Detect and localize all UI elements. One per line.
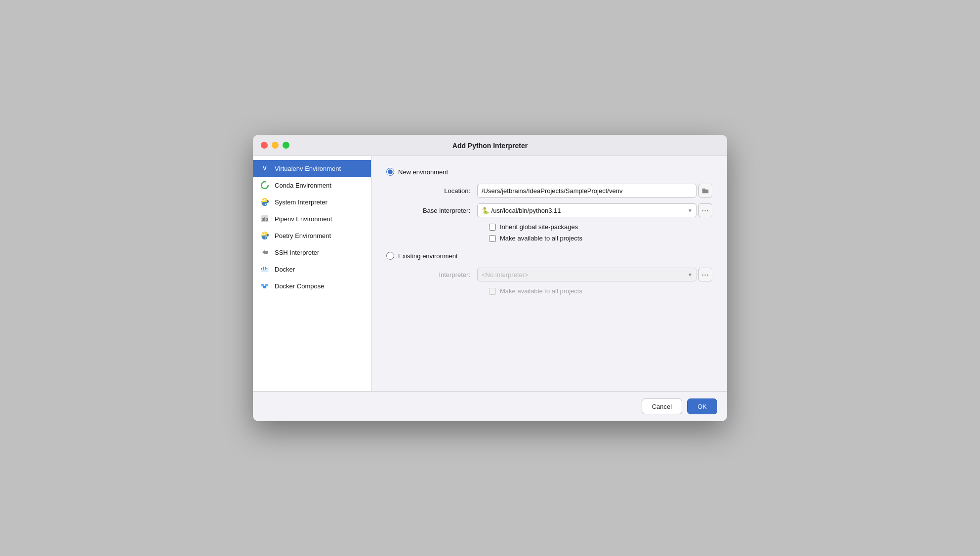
pipenv-icon: pip	[260, 214, 270, 224]
svg-point-2	[261, 182, 268, 189]
location-input[interactable]	[477, 184, 696, 198]
sidebar-item-conda[interactable]: Conda Environment	[253, 177, 371, 194]
existing-environment-group: Existing environment Interpreter: <No in…	[386, 252, 712, 295]
interpreter-select[interactable]: <No interpreter>	[477, 268, 696, 281]
base-interpreter-label: Base interpreter:	[398, 207, 477, 214]
close-button[interactable]	[261, 142, 268, 149]
interpreter-label: Interpreter:	[398, 271, 477, 278]
system-icon	[260, 197, 270, 207]
virtualenv-icon: V	[260, 163, 270, 173]
location-label: Location:	[398, 187, 477, 195]
add-python-interpreter-dialog: Add Python Interpreter V Virtualenv Envi…	[253, 135, 727, 421]
new-environment-radio-option[interactable]: New environment	[386, 168, 712, 176]
sidebar-label-docker: Docker	[275, 266, 295, 273]
make-available-existing-label: Make available to all projects	[500, 287, 582, 295]
location-browse-button[interactable]	[698, 184, 712, 198]
sidebar-label-docker-compose: Docker Compose	[275, 282, 324, 290]
minimize-button[interactable]	[272, 142, 279, 149]
new-environment-label: New environment	[398, 168, 448, 176]
make-available-existing-row: Make available to all projects	[489, 287, 712, 295]
cancel-button[interactable]: Cancel	[642, 398, 682, 414]
svg-text:pip: pip	[261, 217, 268, 222]
base-interpreter-select-group: 🐍 /usr/local/bin/python3.11 ▼ ···	[477, 203, 712, 217]
new-environment-form: Location: Base interpreter:	[398, 184, 712, 242]
base-interpreter-more-button[interactable]: ···	[698, 203, 712, 217]
new-environment-radio[interactable]	[386, 168, 394, 176]
conda-icon	[260, 180, 270, 190]
sidebar-item-system[interactable]: System Interpreter	[253, 194, 371, 210]
existing-environment-form: Interpreter: <No interpreter> ▼ ···	[398, 268, 712, 295]
sidebar-label-virtualenv: Virtualenv Environment	[275, 165, 341, 172]
inherit-packages-row: Inherit global site-packages	[489, 223, 712, 231]
sidebar-item-docker[interactable]: Docker	[253, 261, 371, 278]
make-available-existing-checkbox[interactable]	[489, 288, 496, 295]
existing-environment-label: Existing environment	[398, 252, 458, 260]
ssh-icon	[260, 247, 270, 257]
location-input-group	[477, 184, 712, 198]
svg-rect-6	[265, 251, 268, 254]
main-content: New environment Location:	[371, 156, 727, 391]
svg-rect-9	[265, 268, 266, 270]
sidebar-label-conda: Conda Environment	[275, 182, 331, 189]
title-bar: Add Python Interpreter	[253, 135, 727, 156]
sidebar-label-pipenv: Pipenv Environment	[275, 215, 332, 223]
sidebar-label-poetry: Poetry Environment	[275, 232, 331, 239]
make-available-new-row: Make available to all projects	[489, 235, 712, 242]
inherit-packages-checkbox[interactable]	[489, 224, 496, 231]
interpreter-select-group: <No interpreter> ▼ ···	[477, 268, 712, 281]
svg-point-12	[261, 270, 269, 273]
make-available-new-checkbox[interactable]	[489, 235, 496, 242]
window-controls	[261, 142, 289, 149]
svg-rect-8	[263, 268, 264, 270]
docker-compose-icon	[260, 281, 270, 291]
maximize-button[interactable]	[283, 142, 289, 149]
existing-environment-radio-option[interactable]: Existing environment	[386, 252, 712, 260]
inherit-packages-label: Inherit global site-packages	[500, 223, 578, 231]
interpreter-more-button[interactable]: ···	[698, 268, 712, 281]
ok-button[interactable]: OK	[687, 398, 717, 414]
dialog-title: Add Python Interpreter	[452, 142, 528, 150]
svg-text:V: V	[263, 165, 267, 171]
base-interpreter-dropdown-wrapper: 🐍 /usr/local/bin/python3.11 ▼	[477, 203, 696, 217]
interpreter-row: Interpreter: <No interpreter> ▼ ···	[398, 268, 712, 281]
sidebar-label-ssh: SSH Interpreter	[275, 249, 319, 256]
sidebar-item-pipenv[interactable]: pip Pipenv Environment	[253, 210, 371, 227]
svg-rect-7	[261, 268, 262, 270]
dialog-body: V Virtualenv Environment Conda Environme…	[253, 156, 727, 391]
poetry-icon	[260, 231, 270, 240]
sidebar-item-docker-compose[interactable]: Docker Compose	[253, 278, 371, 294]
interpreter-dropdown-wrapper: <No interpreter> ▼	[477, 268, 696, 281]
sidebar-item-poetry[interactable]: Poetry Environment	[253, 227, 371, 244]
sidebar-item-ssh[interactable]: SSH Interpreter	[253, 244, 371, 261]
make-available-new-label: Make available to all projects	[500, 235, 582, 242]
docker-icon	[260, 264, 270, 274]
footer: Cancel OK	[253, 391, 727, 421]
sidebar: V Virtualenv Environment Conda Environme…	[253, 156, 371, 391]
svg-rect-10	[263, 267, 264, 268]
base-interpreter-row: Base interpreter: 🐍 /usr/local/bin/pytho…	[398, 203, 712, 217]
location-row: Location:	[398, 184, 712, 198]
sidebar-item-virtualenv[interactable]: V Virtualenv Environment	[253, 160, 371, 177]
new-environment-group: New environment Location:	[386, 168, 712, 242]
existing-environment-radio[interactable]	[386, 252, 394, 260]
svg-rect-15	[263, 286, 266, 288]
sidebar-label-system: System Interpreter	[275, 199, 327, 206]
base-interpreter-select[interactable]: 🐍 /usr/local/bin/python3.11	[477, 203, 696, 217]
folder-icon	[702, 188, 709, 194]
svg-marker-5	[262, 250, 265, 255]
